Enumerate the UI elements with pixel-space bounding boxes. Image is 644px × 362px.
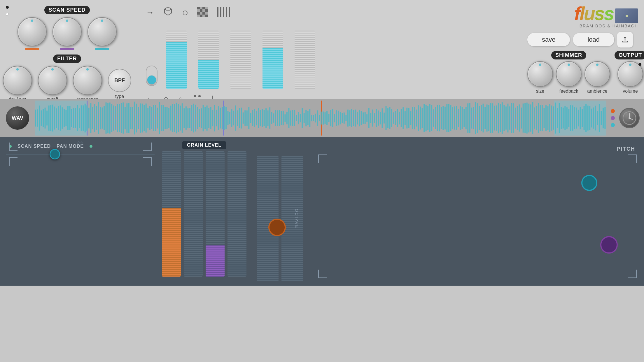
- svg-rect-299: [557, 108, 558, 128]
- svg-rect-49: [81, 105, 82, 131]
- checkerboard-icon[interactable]: [197, 7, 208, 18]
- svg-rect-247: [458, 109, 459, 127]
- slider-3[interactable]: [228, 31, 254, 89]
- svg-rect-283: [526, 103, 528, 133]
- octave-track-2[interactable]: [281, 156, 303, 281]
- scan-knob-1[interactable]: [18, 17, 47, 50]
- scan-knob-3-dial[interactable]: [88, 17, 117, 46]
- filter-slider-col[interactable]: FILTER: [162, 151, 181, 277]
- svg-rect-222: [410, 111, 411, 125]
- volume-dial[interactable]: [617, 61, 643, 87]
- scan-knob-1-dial[interactable]: [18, 17, 47, 46]
- cutoff-dial[interactable]: [38, 66, 67, 95]
- slider-2-track[interactable]: [198, 31, 219, 89]
- svg-rect-0: [197, 7, 200, 9]
- dry-wet-dial[interactable]: [3, 66, 32, 95]
- filter-type-btn[interactable]: BPF: [108, 69, 131, 92]
- svg-rect-116: [208, 108, 209, 128]
- octave-handle-orange[interactable]: [268, 219, 286, 236]
- svg-rect-297: [553, 106, 554, 130]
- svg-rect-131: [237, 110, 238, 126]
- svg-rect-204: [376, 109, 377, 127]
- ambience-knob[interactable]: ambience: [584, 61, 610, 94]
- svg-rect-213: [393, 112, 394, 124]
- svg-rect-310: [578, 110, 579, 126]
- slider-3-track[interactable]: [230, 31, 251, 89]
- svg-rect-130: [235, 106, 236, 131]
- svg-rect-311: [580, 107, 581, 129]
- pitch-handle-teal[interactable]: [581, 175, 597, 191]
- size-knob[interactable]: size: [527, 61, 553, 94]
- vertical-lines-icon[interactable]: [216, 7, 231, 18]
- svg-rect-31: [46, 111, 48, 126]
- volume-knob[interactable]: volume: [617, 61, 643, 94]
- size-dial[interactable]: [527, 61, 553, 87]
- pitch-header: PITCH: [315, 141, 635, 157]
- clock-icon[interactable]: [619, 108, 640, 128]
- svg-rect-40: [64, 109, 65, 127]
- save-button[interactable]: save: [527, 33, 570, 46]
- middle-panel: → ○: [134, 0, 522, 99]
- grain-slider-3[interactable]: [206, 151, 225, 277]
- svg-rect-76: [132, 107, 133, 129]
- scan-knob-2[interactable]: [52, 17, 82, 50]
- dry-wet-knob[interactable]: dry / wet: [3, 66, 32, 102]
- svg-rect-258: [479, 106, 480, 130]
- scan-speed-label: SCAN SPEED: [44, 6, 90, 14]
- feedback-dial[interactable]: [556, 61, 582, 87]
- svg-rect-99: [176, 103, 177, 133]
- waveform-canvas[interactable]: // Will be rendered via inline approach …: [35, 101, 606, 136]
- filter-type-container[interactable]: BPF type: [108, 69, 131, 99]
- svg-rect-251: [466, 107, 467, 129]
- svg-rect-44: [71, 109, 72, 127]
- svg-rect-309: [576, 108, 577, 129]
- feedback-label: feedback: [559, 89, 578, 94]
- logo-box: ◼: [615, 8, 638, 23]
- arrow-right-icon[interactable]: →: [146, 8, 154, 17]
- resonance-dial[interactable]: [73, 66, 102, 95]
- svg-rect-323: [603, 108, 604, 129]
- pitch-handle-purple[interactable]: [600, 236, 618, 254]
- grain-slider-4[interactable]: [228, 151, 246, 277]
- svg-rect-15: [205, 15, 208, 17]
- side-dot-cyan: [611, 123, 615, 127]
- slider-2[interactable]: [195, 31, 222, 89]
- slider-4-track[interactable]: [262, 31, 283, 89]
- scan-knob-3[interactable]: [88, 17, 117, 50]
- svg-rect-250: [463, 109, 465, 127]
- svg-rect-85: [149, 106, 150, 130]
- slider-5[interactable]: [292, 31, 318, 89]
- scan-speed-section: SCAN SPEED PAN MODE ©: [3, 140, 158, 157]
- toggle-switch-container[interactable]: [146, 25, 158, 89]
- toggle-switch[interactable]: [146, 66, 158, 86]
- svg-rect-240: [444, 107, 446, 129]
- share-button[interactable]: [617, 32, 633, 48]
- slider-5-track[interactable]: [295, 31, 315, 89]
- cube-icon[interactable]: [163, 6, 173, 19]
- svg-rect-155: [283, 111, 284, 125]
- ambience-dial[interactable]: [584, 61, 610, 87]
- resonance-knob[interactable]: resonance: [73, 66, 102, 102]
- svg-rect-245: [454, 106, 455, 129]
- svg-point-328: [629, 117, 630, 119]
- svg-rect-246: [456, 106, 457, 130]
- slider-1-track[interactable]: [166, 31, 187, 89]
- grain-slider-2[interactable]: [184, 151, 203, 277]
- load-button[interactable]: load: [573, 33, 614, 46]
- circle-outline-icon[interactable]: ○: [182, 7, 188, 18]
- filter-vert-track[interactable]: [162, 151, 181, 277]
- svg-rect-123: [222, 107, 223, 129]
- wav-button[interactable]: WAV: [6, 106, 29, 130]
- slider-4[interactable]: [260, 31, 286, 89]
- cutoff-knob[interactable]: cutoff: [38, 66, 67, 102]
- svg-rect-89: [157, 108, 158, 129]
- scan-knob-2-dial[interactable]: [52, 17, 82, 46]
- feedback-knob[interactable]: feedback: [556, 61, 582, 94]
- side-dot-orange: [611, 109, 615, 113]
- scan-speed-mod-label: SCAN SPEED: [18, 144, 51, 149]
- svg-rect-166: [304, 113, 305, 123]
- slider-1[interactable]: [163, 31, 190, 89]
- svg-rect-80: [140, 103, 141, 133]
- xy-handle[interactable]: [50, 149, 60, 159]
- svg-rect-95: [168, 108, 169, 128]
